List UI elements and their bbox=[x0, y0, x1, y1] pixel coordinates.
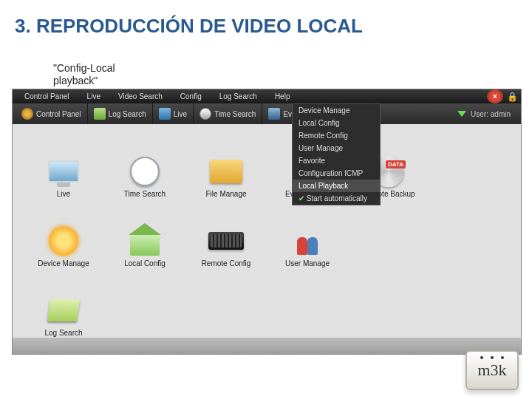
menu-item-local-config[interactable]: Local Config bbox=[293, 117, 380, 129]
gear-icon bbox=[21, 108, 33, 120]
slide-title: 3. REPRODUCCIÓN DE VIDEO LOCAL bbox=[0, 0, 532, 44]
menu-item-remote-config[interactable]: Remote Config bbox=[293, 129, 380, 142]
launcher-log-search[interactable]: Log Search bbox=[23, 273, 104, 337]
tool-log-search[interactable]: Log Search bbox=[87, 103, 152, 124]
tool-label: Log Search bbox=[109, 110, 146, 118]
monitor-icon bbox=[48, 160, 79, 183]
launcher-label: Device Manage bbox=[38, 259, 89, 267]
menu-item-device-manage[interactable]: Device Manage bbox=[293, 104, 380, 117]
menu-log-search[interactable]: Log Search bbox=[212, 92, 265, 100]
menu-help[interactable]: Help bbox=[267, 92, 298, 100]
logbook-icon bbox=[47, 299, 80, 321]
logo-dots-icon bbox=[480, 356, 504, 359]
tool-live[interactable]: Live bbox=[152, 103, 193, 124]
tool-label: Live bbox=[174, 110, 187, 118]
menu-live[interactable]: Live bbox=[80, 92, 108, 100]
app-window: Control Panel Live Video Search Config L… bbox=[12, 89, 522, 355]
launcher-label: Live bbox=[57, 190, 70, 198]
launcher-label: Log Search bbox=[44, 329, 82, 337]
toolbar: Control Panel Log Search Live Time Searc… bbox=[13, 103, 521, 124]
launcher-label: Local Config bbox=[124, 259, 166, 267]
tool-control-panel[interactable]: Control Panel bbox=[16, 103, 87, 124]
menu-config[interactable]: Config bbox=[173, 92, 209, 100]
m3k-logo: m3k bbox=[466, 350, 519, 390]
toolbar-right: User: admin bbox=[457, 110, 518, 118]
launcher-live[interactable]: Live bbox=[23, 134, 104, 198]
users-icon bbox=[291, 227, 324, 255]
keyboard-icon bbox=[208, 232, 244, 250]
tool-label: Time Search bbox=[214, 110, 256, 118]
launcher-label: Remote Config bbox=[202, 259, 251, 267]
launcher-device-manage[interactable]: Device Manage bbox=[23, 204, 104, 267]
gear-sun-icon bbox=[49, 226, 78, 256]
live-icon bbox=[159, 108, 171, 120]
dropdown-arrow-icon[interactable] bbox=[457, 111, 466, 117]
clock-icon bbox=[200, 108, 211, 120]
launcher-label: Time Search bbox=[124, 190, 166, 198]
menu-item-config-icmp[interactable]: Configuration ICMP bbox=[293, 167, 380, 180]
launcher-time-search[interactable]: Time Search bbox=[104, 134, 185, 198]
config-dropdown: Device Manage Local Config Remote Config… bbox=[292, 103, 381, 205]
tool-label: Control Panel bbox=[36, 110, 81, 118]
menu-item-user-manage[interactable]: User Manage bbox=[293, 142, 380, 154]
close-icon[interactable]: × bbox=[487, 89, 503, 103]
menu-video-search[interactable]: Video Search bbox=[111, 92, 170, 100]
launcher-label: File Manage bbox=[205, 190, 246, 198]
callout-text: "Config-Local playback" bbox=[53, 62, 142, 87]
launcher-local-config[interactable]: Local Config bbox=[104, 204, 185, 267]
launcher-remote-config[interactable]: Remote Config bbox=[185, 204, 267, 267]
lock-icon[interactable]: 🔒 bbox=[507, 92, 518, 102]
logo-text: m3k bbox=[477, 361, 506, 380]
house-icon bbox=[130, 233, 160, 256]
menu-item-favorite[interactable]: Favorite bbox=[293, 154, 380, 167]
status-bar bbox=[13, 338, 521, 354]
folder-icon bbox=[210, 160, 242, 183]
menu-item-local-playback[interactable]: Local Playback bbox=[293, 180, 380, 192]
launcher-file-manage[interactable]: File Manage bbox=[185, 134, 267, 198]
user-label: User: admin bbox=[471, 110, 511, 118]
event-icon bbox=[268, 108, 280, 120]
clock-icon bbox=[130, 157, 160, 186]
log-icon bbox=[94, 108, 106, 120]
menu-item-start-automatically[interactable]: Start automatically bbox=[293, 192, 380, 205]
launcher-label: User Manage bbox=[285, 259, 330, 267]
menubar: Control Panel Live Video Search Config L… bbox=[13, 89, 521, 103]
launcher-user-manage[interactable]: User Manage bbox=[267, 204, 348, 267]
launcher-grid: Live Time Search File Manage Event Searc… bbox=[13, 124, 521, 347]
tool-time-search[interactable]: Time Search bbox=[193, 103, 262, 124]
menu-control-panel[interactable]: Control Panel bbox=[17, 92, 77, 100]
